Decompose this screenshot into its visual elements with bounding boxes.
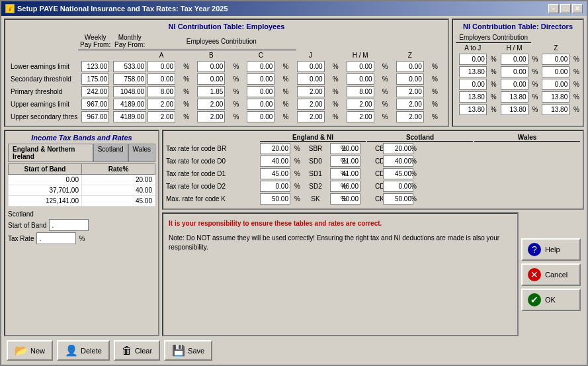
ni-emp-row: Primary threshold % % % % % %: [8, 85, 445, 98]
wales-val-input[interactable]: [383, 143, 413, 154]
ni-dir-hm-input[interactable]: [501, 104, 528, 115]
minimize-button[interactable]: –: [548, 4, 559, 13]
ni-emp-weekly-input[interactable]: [81, 86, 109, 97]
ni-dir-z-input[interactable]: [542, 91, 569, 103]
eng-val-input[interactable]: [260, 143, 290, 154]
ni-dir-hm-input[interactable]: [501, 54, 528, 65]
scotland-start-of-band-input[interactable]: [49, 219, 89, 231]
tab-scotland[interactable]: Scotland: [93, 144, 128, 162]
ni-emp-j-input[interactable]: [297, 73, 325, 85]
wales-val-input[interactable]: [383, 181, 413, 192]
ni-emp-monthly-input[interactable]: [113, 73, 146, 85]
ni-emp-b-input[interactable]: [197, 99, 225, 110]
wales-val-input[interactable]: [383, 168, 413, 179]
ni-dir-atoj-input[interactable]: [459, 66, 487, 77]
ni-emp-j-input[interactable]: [297, 86, 325, 97]
wales-code: CD0: [375, 158, 382, 165]
ni-emp-weekly-input[interactable]: [81, 99, 109, 110]
ni-dir-z-input[interactable]: [542, 54, 569, 65]
ni-emp-b-input[interactable]: [197, 73, 225, 85]
wales-val-input[interactable]: [383, 193, 413, 205]
ni-emp-c-input[interactable]: [247, 73, 274, 85]
ni-emp-z-input[interactable]: [396, 111, 424, 122]
income-tax-title: Income Tax Bands and Rates: [8, 134, 155, 142]
england-tax-band: 0.00: [9, 175, 82, 185]
ok-button[interactable]: ✔ OK: [521, 289, 581, 311]
eng-val-input[interactable]: [260, 156, 290, 167]
maximize-button[interactable]: □: [560, 4, 571, 13]
ni-dir-atoj-input[interactable]: [459, 104, 487, 115]
help-label: Help: [545, 246, 560, 253]
clear-button[interactable]: 🗑 Clear: [114, 340, 160, 361]
ni-dir-hm-input[interactable]: [501, 91, 528, 103]
ni-emp-hm-input[interactable]: [347, 73, 374, 85]
ni-emp-hm-input[interactable]: [347, 99, 374, 110]
new-button[interactable]: 📂 New: [7, 340, 53, 361]
ni-emp-hm-input[interactable]: [347, 61, 374, 72]
ni-emp-monthly-input[interactable]: [113, 61, 146, 72]
ni-emp-z-input[interactable]: [396, 73, 424, 85]
ni-emp-b-input[interactable]: [197, 86, 225, 97]
tax-code-row-label: Tax rate for code BR: [166, 145, 259, 152]
ni-emp-monthly-input[interactable]: [113, 86, 146, 97]
ni-emp-z-input[interactable]: [396, 86, 424, 97]
delete-button[interactable]: 👤 Delete: [57, 340, 110, 361]
ni-emp-a-input[interactable]: [147, 61, 175, 72]
ni-emp-j-input[interactable]: [297, 111, 325, 122]
save-button[interactable]: 💾 Save: [164, 340, 212, 361]
ni-dir-z-input[interactable]: [542, 79, 569, 90]
ni-emp-a-input[interactable]: [147, 99, 175, 110]
england-tax-rate: 20.00: [82, 175, 155, 185]
ni-emp-z-input[interactable]: [396, 99, 424, 110]
scot-code: SD1: [302, 170, 329, 177]
close-button[interactable]: ✕: [572, 4, 583, 13]
ni-dir-atoj-input[interactable]: [459, 91, 487, 103]
ni-emp-z-input[interactable]: [396, 61, 424, 72]
employees-contribution-header: Employees Contribution: [147, 32, 296, 50]
tab-england[interactable]: England & Northern Ireland: [8, 144, 93, 162]
ni-emp-monthly-input[interactable]: [113, 111, 146, 122]
dir-atoj-header: A to J: [456, 43, 490, 54]
action-buttons-panel: ? Help ✕ Cancel ✔ OK: [521, 212, 584, 336]
help-button[interactable]: ? Help: [521, 238, 581, 261]
ni-emp-j-input[interactable]: [297, 61, 325, 72]
ni-emp-weekly-input[interactable]: [81, 111, 109, 122]
cancel-button[interactable]: ✕ Cancel: [521, 263, 581, 286]
ni-emp-b-input[interactable]: [197, 61, 225, 72]
ni-emp-monthly-input[interactable]: [113, 99, 146, 110]
england-tax-row: 0.00 20.00: [9, 175, 155, 185]
eng-val-input[interactable]: [260, 168, 290, 179]
ok-label: OK: [545, 296, 556, 304]
ni-emp-c-input[interactable]: [247, 86, 274, 97]
ni-emp-a-input[interactable]: [147, 111, 175, 122]
ni-dir-hm-input[interactable]: [501, 66, 528, 77]
tax-codes-rows: Tax rate for code BR % SBR % CBR % Tax r…: [166, 143, 580, 205]
ni-emp-row: Lower earnings limit % % % % % %: [8, 60, 445, 73]
ni-emp-hm-input[interactable]: [347, 111, 374, 122]
ni-dir-z-input[interactable]: [542, 66, 569, 77]
ni-dir-atoj-input[interactable]: [459, 54, 487, 65]
income-tax-panel: Income Tax Bands and Rates England & Nor…: [4, 130, 159, 336]
ni-emp-b-input[interactable]: [197, 111, 225, 122]
ni-dir-z-input[interactable]: [542, 104, 569, 115]
ni-emp-hm-input[interactable]: [347, 86, 374, 97]
eng-val-input[interactable]: [260, 181, 290, 192]
ni-emp-a-input[interactable]: [147, 86, 175, 97]
ni-dir-hm-input[interactable]: [501, 79, 528, 90]
scotland-tax-rate-input[interactable]: [36, 232, 76, 244]
ni-emp-row-label: Upper secondary thres: [8, 111, 78, 123]
tax-code-row: Max. rate for code K % SK % CK %: [166, 193, 580, 205]
ni-emp-row: Secondary threshold % % % % % %: [8, 73, 445, 85]
ni-dir-atoj-input[interactable]: [459, 79, 487, 90]
ni-emp-weekly-input[interactable]: [81, 61, 109, 72]
ni-emp-weekly-input[interactable]: [81, 73, 109, 85]
ni-emp-c-input[interactable]: [247, 99, 274, 110]
wales-val-input[interactable]: [383, 156, 413, 167]
ni-emp-a-input[interactable]: [147, 73, 175, 85]
eng-val-input[interactable]: [260, 193, 290, 205]
ni-emp-j-input[interactable]: [297, 99, 325, 110]
ni-emp-c-input[interactable]: [247, 111, 274, 122]
tab-wales[interactable]: Wales: [128, 144, 155, 162]
wales-code: CBR: [375, 145, 382, 152]
ni-emp-c-input[interactable]: [247, 61, 274, 72]
